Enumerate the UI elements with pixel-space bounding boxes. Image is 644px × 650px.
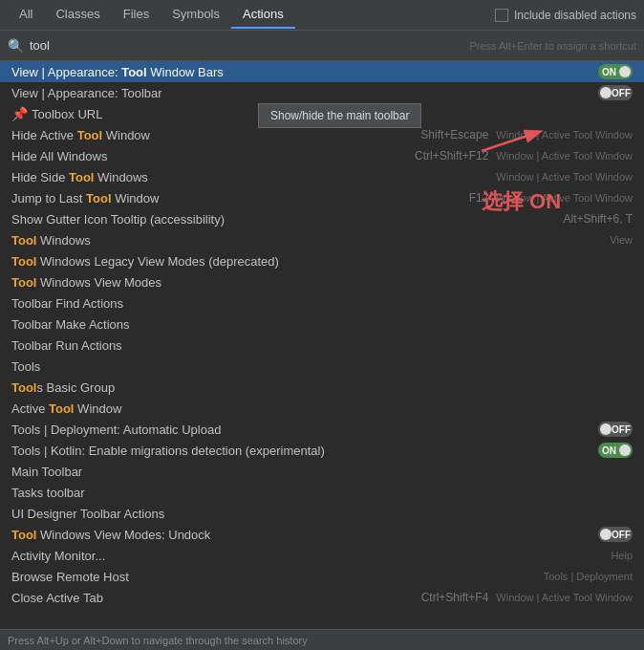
- tab-symbols[interactable]: Symbols: [161, 1, 231, 29]
- item-right: OFF: [592, 527, 633, 542]
- result-item[interactable]: Tools | Kotlin: Enable migrations detect…: [0, 440, 644, 461]
- highlight: Tool: [121, 65, 146, 79]
- result-item[interactable]: Hide All Windows Ctrl+Shift+F12 Window |…: [0, 145, 644, 166]
- toggle-on[interactable]: ON: [598, 443, 633, 458]
- right-label: Window | Active Tool Window: [496, 129, 633, 141]
- result-item[interactable]: Activity Monitor... Help: [0, 545, 644, 566]
- item-label: Tools: [11, 359, 633, 374]
- item-label: Tasks toolbar: [11, 486, 633, 500]
- result-item[interactable]: Main Toolbar: [0, 461, 644, 482]
- main-window: All Classes Files Symbols Actions Includ…: [0, 0, 644, 629]
- toggle-on[interactable]: ON: [598, 64, 633, 79]
- tab-files[interactable]: Files: [112, 1, 161, 29]
- result-item[interactable]: View | Appearance: Toolbar OFF: [0, 82, 644, 103]
- item-label: Hide All Windows: [11, 149, 407, 163]
- result-item[interactable]: Tools | Deployment: Automatic Upload OFF: [0, 419, 644, 440]
- right-label: Window | Active Tool Window: [496, 150, 633, 162]
- item-shortcut: Ctrl+Shift+F12: [415, 149, 488, 162]
- item-label: Hide Active Tool Window: [11, 128, 413, 142]
- item-right: ON: [592, 64, 633, 79]
- status-text: Press Alt+Up or Alt+Down to navigate thr…: [8, 635, 308, 646]
- result-item[interactable]: Toolbar Find Actions: [0, 292, 644, 314]
- search-bar: 🔍 Press Alt+Enter to assign a shortcut: [0, 31, 644, 61]
- item-label: Browse Remote Host: [11, 570, 536, 584]
- result-item[interactable]: Tasks toolbar: [0, 482, 644, 503]
- item-right: OFF: [592, 422, 633, 437]
- toggle-off-label: OFF: [612, 88, 631, 98]
- result-item[interactable]: Toolbar Make Actions: [0, 314, 644, 335]
- result-item[interactable]: Active Tool Window: [0, 398, 644, 419]
- item-label: View | Appearance: Toolbar: [11, 86, 592, 100]
- right-label: Help: [611, 550, 633, 561]
- result-item[interactable]: Hide Side Tool Windows Window | Active T…: [0, 166, 644, 187]
- item-label: Close Active Tab: [11, 591, 414, 605]
- item-label: Tools Basic Group: [11, 380, 633, 395]
- item-label: Tools | Kotlin: Enable migrations detect…: [11, 444, 592, 458]
- item-label: Tool Windows View Modes: Undock: [11, 528, 592, 542]
- item-shortcut: Shift+Escape: [420, 128, 488, 141]
- toggle-on-label: ON: [602, 445, 616, 456]
- item-shortcut: Ctrl+Shift+F4: [421, 591, 489, 604]
- item-label: Hide Side Tool Windows: [11, 170, 488, 184]
- status-bar: Press Alt+Up or Alt+Down to navigate thr…: [0, 629, 644, 650]
- toggle-knob: [619, 66, 631, 77]
- right-label: Tools | Deployment: [544, 571, 633, 582]
- toggle-off-label: OFF: [612, 424, 631, 435]
- toggle-knob: [600, 423, 612, 435]
- item-label: Tool Windows: [11, 233, 602, 248]
- result-item[interactable]: Tool Windows View: [0, 229, 644, 250]
- toggle-off[interactable]: OFF: [598, 85, 633, 100]
- result-item[interactable]: Tool Windows Legacy View Modes (deprecat…: [0, 250, 644, 271]
- item-label: Main Toolbar: [11, 465, 633, 479]
- item-label: Toolbar Run Actions: [11, 338, 633, 353]
- right-label: Window | Active Tool Window: [496, 171, 633, 183]
- item-label: Toolbar Make Actions: [11, 317, 633, 332]
- tab-all[interactable]: All: [8, 1, 44, 29]
- result-item[interactable]: Tools Basic Group: [0, 377, 644, 398]
- pin-icon: 📌: [11, 106, 28, 121]
- toggle-knob: [600, 87, 612, 98]
- item-shortcut: F12: [469, 191, 489, 205]
- right-label: Window | Active Tool Window: [496, 592, 633, 603]
- item-label: Toolbar Find Actions: [11, 296, 633, 311]
- result-item[interactable]: Tool Windows View Modes: Undock OFF: [0, 524, 644, 545]
- item-label: Tool Windows Legacy View Modes (deprecat…: [11, 254, 633, 269]
- item-label: Jump to Last Tool Window: [11, 191, 462, 206]
- result-item[interactable]: Toolbar Run Actions: [0, 335, 644, 356]
- tab-classes[interactable]: Classes: [44, 1, 111, 29]
- item-label: View | Appearance: Tool Window Bars: [11, 65, 592, 79]
- include-disabled-checkbox[interactable]: [495, 9, 508, 22]
- result-item[interactable]: Browse Remote Host Tools | Deployment: [0, 566, 644, 587]
- result-item[interactable]: Close Active Tab Ctrl+Shift+F4 Window | …: [0, 587, 644, 608]
- result-item[interactable]: Tools: [0, 356, 644, 377]
- result-item[interactable]: Tool Windows View Modes: [0, 271, 644, 292]
- tab-bar: All Classes Files Symbols Actions Includ…: [0, 0, 644, 31]
- item-label: Show Gutter Icon Tooltip (accessibility): [11, 212, 556, 227]
- toggle-on-label: ON: [602, 67, 616, 77]
- search-icon: 🔍: [8, 38, 24, 54]
- right-label: Window | Active Tool Window: [496, 192, 633, 204]
- include-disabled-container: Include disabled actions: [495, 9, 636, 22]
- toolbar-tooltip: Show/hide the main toolbar: [258, 103, 421, 128]
- right-label: View: [610, 234, 633, 246]
- tab-actions[interactable]: Actions: [231, 1, 295, 29]
- item-shortcut: Alt+Shift+6, T: [564, 212, 633, 226]
- item-right: ON: [592, 443, 633, 458]
- toggle-off[interactable]: OFF: [598, 422, 633, 437]
- toggle-off[interactable]: OFF: [598, 527, 633, 542]
- toggle-knob: [600, 529, 612, 540]
- result-item[interactable]: View | Appearance: Tool Window Bars ON: [0, 61, 644, 82]
- item-label: Active Tool Window: [11, 401, 633, 416]
- result-item[interactable]: Show Gutter Icon Tooltip (accessibility)…: [0, 208, 644, 229]
- item-label: Activity Monitor...: [11, 549, 603, 563]
- toggle-knob: [619, 444, 631, 456]
- result-item[interactable]: UI Designer Toolbar Actions: [0, 503, 644, 524]
- toggle-off-label: OFF: [612, 530, 631, 540]
- result-item[interactable]: Jump to Last Tool Window F12 Window | Ac…: [0, 187, 644, 208]
- item-right: OFF: [592, 85, 633, 100]
- search-input[interactable]: [30, 38, 469, 53]
- include-disabled-label: Include disabled actions: [514, 9, 636, 22]
- results-list[interactable]: View | Appearance: Tool Window Bars ON V…: [0, 61, 644, 629]
- shortcut-hint: Press Alt+Enter to assign a shortcut: [469, 40, 636, 52]
- item-label: UI Designer Toolbar Actions: [11, 507, 633, 521]
